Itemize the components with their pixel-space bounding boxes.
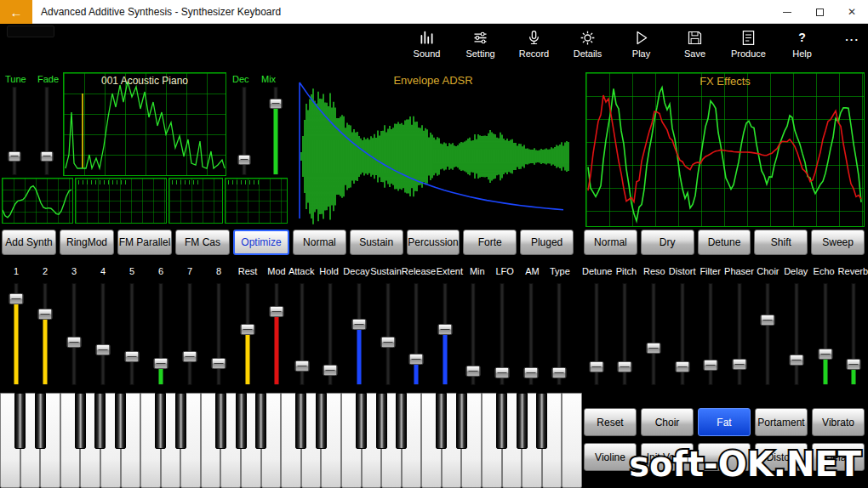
preset-button-choir[interactable]: Choir [641,408,694,436]
slider-handle[interactable] [380,337,395,348]
slider-handle[interactable] [238,155,251,165]
synth-fader-7[interactable] [175,281,204,388]
synth-button-ringmod[interactable]: RingMod [60,230,114,255]
envelope-fader-min[interactable] [460,281,488,388]
slider-handle[interactable] [154,358,168,369]
piano-black-key[interactable] [94,393,106,449]
toolbar-save-button[interactable]: Save [668,29,722,59]
envelope-fader-decay[interactable] [345,281,374,388]
slider-handle[interactable] [552,367,567,378]
fx-fader-distort[interactable] [668,281,697,388]
piano-black-key[interactable] [35,393,46,449]
fx-fader-choir[interactable] [754,281,783,388]
minimize-button[interactable] [771,0,803,24]
slider-handle[interactable] [270,306,284,317]
slider-handle[interactable] [409,354,424,365]
synth-fader-8[interactable] [204,281,233,388]
synth-button-optimize[interactable]: Optimize [233,230,289,255]
envelope-fader-sustain[interactable] [374,281,403,388]
piano-black-key[interactable] [436,393,447,449]
envelope-fader-lfo[interactable] [488,281,517,388]
toolbar-sound-button[interactable]: Sound [400,29,454,59]
slider-handle[interactable] [183,351,197,362]
synth-fader-6[interactable] [146,281,175,388]
slider-handle[interactable] [818,349,832,360]
slider-handle[interactable] [732,359,746,370]
preset-button-vibrato[interactable]: Vibrato [812,408,865,436]
fx-fader-phaser[interactable] [725,281,754,388]
toolbar-details-button[interactable]: Details [561,29,614,59]
slider-handle[interactable] [847,359,861,370]
mix-slider[interactable] [268,86,283,176]
synth-fader-5[interactable] [117,281,146,388]
menu-button[interactable] [7,26,54,37]
slider-handle[interactable] [675,361,689,372]
piano-black-key[interactable] [356,393,367,449]
more-button[interactable]: ... [845,31,859,43]
slider-handle[interactable] [212,358,226,369]
synth-fader-1[interactable] [2,281,31,388]
slider-handle[interactable] [437,324,452,335]
piano-white-key[interactable] [562,393,582,488]
slider-handle[interactable] [646,343,660,354]
envelope-button-sustain[interactable]: Sustain [350,230,403,255]
piano-black-key[interactable] [376,393,387,449]
envelope-fader-hold[interactable] [317,281,345,388]
slider-handle[interactable] [67,337,82,348]
synth-fader-3[interactable] [60,281,89,388]
fx-button-sweep[interactable]: Sweep [811,230,865,255]
slider-handle[interactable] [38,309,53,320]
synth-fader-2[interactable] [31,281,60,388]
toolbar-record-button[interactable]: Record [507,29,561,59]
slider-handle[interactable] [323,365,338,376]
envelope-fader-type[interactable] [545,281,574,388]
fx-fader-detune[interactable] [582,281,611,388]
fx-button-normal[interactable]: Normal [584,230,637,255]
fx-fader-echo[interactable] [811,281,840,388]
piano-black-key[interactable] [115,393,126,449]
piano-black-key[interactable] [175,393,186,449]
slider-handle[interactable] [9,293,24,304]
envelope-fader-release[interactable] [402,281,431,388]
synth-fader-mod[interactable] [262,281,291,388]
piano-black-key[interactable] [496,393,507,449]
piano-black-key[interactable] [255,393,266,449]
fx-button-detune[interactable]: Detune [698,230,751,255]
synth-button-fm-parallel[interactable]: FM Parallel [117,230,172,255]
piano-black-key[interactable] [316,393,327,449]
slider-handle[interactable] [761,315,775,326]
slider-handle[interactable] [270,99,283,109]
piano-black-key[interactable] [236,393,247,449]
fx-fader-reso[interactable] [639,281,668,388]
piano-black-key[interactable] [215,393,226,449]
slider-handle[interactable] [9,151,21,162]
slider-handle[interactable] [351,319,366,330]
piano-black-key[interactable] [155,393,166,449]
envelope-fader-extent[interactable] [431,281,460,388]
synth-button-fm-cas[interactable]: FM Cas [175,230,230,255]
envelope-fader-attack[interactable] [288,281,317,388]
fx-fader-delay[interactable] [782,281,811,388]
toolbar-play-button[interactable]: Play [614,29,668,59]
toolbar-setting-button[interactable]: Setting [454,29,507,59]
envelope-button-percussion[interactable]: Percussion [407,230,460,255]
envelope-button-pluged[interactable]: Pluged [520,230,574,255]
piano-black-key[interactable] [517,393,528,449]
envelope-fader-am[interactable] [517,281,545,388]
fx-fader-reverb[interactable] [839,281,868,388]
fade-slider[interactable] [39,86,54,176]
piano-black-key[interactable] [14,393,26,449]
fx-button-shift[interactable]: Shift [754,230,808,255]
tune-slider[interactable] [7,86,22,176]
close-button[interactable]: ✕ [836,0,868,24]
fx-button-dry[interactable]: Dry [641,230,694,255]
slider-handle[interactable] [241,324,255,335]
toolbar-produce-button[interactable]: Produce [722,29,775,59]
preset-button-portament[interactable]: Portament [755,408,808,436]
synth-button-add-synth[interactable]: Add Synth [2,230,56,255]
slider-handle[interactable] [618,361,632,372]
piano-black-key[interactable] [75,393,86,449]
slider-handle[interactable] [96,344,111,355]
preset-button-fat[interactable]: Fat [698,408,751,436]
envelope-button-forte[interactable]: Forte [463,230,517,255]
